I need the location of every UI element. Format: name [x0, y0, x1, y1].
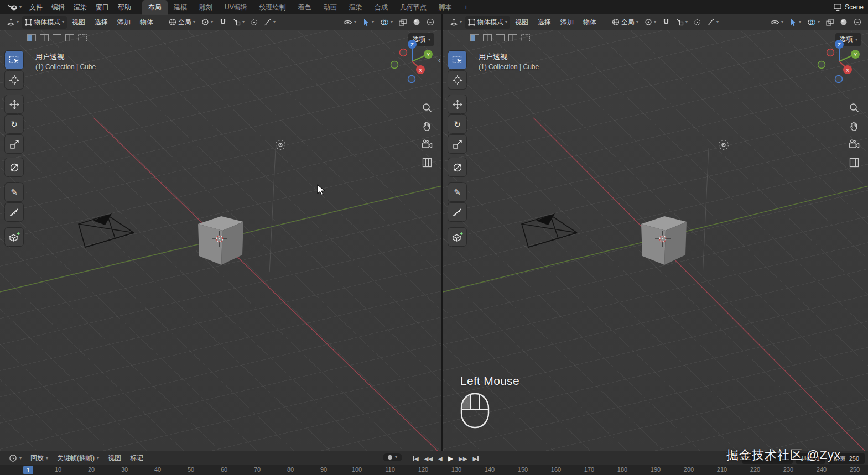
object-visibility-select[interactable]: ▾	[767, 18, 786, 27]
tab-animation[interactable]: 动画	[318, 0, 343, 15]
split-preset-icon[interactable]	[78, 34, 87, 41]
current-frame-indicator[interactable]: 1	[23, 466, 33, 474]
move-tool[interactable]	[5, 95, 23, 113]
jump-to-end-button[interactable]: ▶	[470, 454, 481, 463]
show-gizmos-toggle[interactable]: ▾	[360, 17, 377, 28]
ruler-tick[interactable]: 150	[518, 466, 528, 473]
editor-type-button[interactable]: ▾	[447, 17, 465, 28]
snap-target-select[interactable]: ▾	[230, 17, 247, 28]
camera-view-icon[interactable]	[849, 139, 860, 150]
viewport-canvas[interactable]: 选项 ▾ 用户透视 (1) Collection | Cube ↻	[0, 30, 441, 451]
ruler-tick[interactable]: 120	[418, 466, 428, 473]
shading-solid-button[interactable]	[410, 17, 423, 28]
3d-cursor[interactable]	[212, 231, 227, 249]
ruler-tick[interactable]: 50	[188, 466, 194, 473]
previous-keyframe-button[interactable]: ◀◀	[422, 454, 435, 463]
box-select-tool[interactable]	[5, 51, 23, 69]
mode-select[interactable]: 物体模式 ▾	[22, 16, 67, 29]
measure-tool[interactable]	[448, 203, 466, 221]
cursor-tool[interactable]	[5, 71, 23, 89]
pivot-point-select[interactable]: ▾	[642, 17, 659, 28]
snap-toggle[interactable]	[216, 17, 230, 28]
shading-rendered-button[interactable]	[424, 17, 437, 28]
play-button[interactable]: ▶	[446, 453, 455, 464]
split-preset-icon[interactable]	[65, 34, 74, 41]
split-preset-icon[interactable]	[521, 34, 530, 41]
split-preset-icon[interactable]	[27, 34, 36, 41]
ruler-tick[interactable]: 70	[254, 466, 261, 473]
menu-add[interactable]: 添加	[113, 16, 135, 29]
ruler-tick[interactable]: 60	[221, 466, 227, 473]
ruler-tick[interactable]: 160	[551, 466, 561, 473]
split-preset-icon[interactable]	[40, 34, 49, 41]
menu-window[interactable]: 窗口	[91, 1, 113, 14]
viewport-divider[interactable]: ‹	[441, 14, 443, 451]
tab-geometry-nodes[interactable]: 几何节点	[394, 0, 433, 15]
cursor-tool[interactable]	[448, 71, 466, 89]
camera-object[interactable]	[519, 213, 579, 257]
menu-object[interactable]: 物体	[136, 16, 158, 29]
annotate-tool[interactable]: ✎	[5, 183, 23, 201]
ruler-tick[interactable]: 250	[850, 466, 860, 473]
transform-orientation-select[interactable]: 全局 ▾	[609, 16, 641, 29]
show-gizmos-toggle[interactable]: ▾	[787, 17, 804, 28]
menu-help[interactable]: 帮助	[113, 1, 136, 14]
ruler-tick[interactable]: 90	[320, 466, 327, 473]
show-overlays-toggle[interactable]: ▾	[804, 17, 823, 28]
split-preset-icon[interactable]	[470, 34, 479, 41]
navigation-axis-gizmo[interactable]: Z Y X	[389, 37, 435, 83]
viewport-canvas[interactable]: 选项 ▾ 用户透视 (1) Collection | Cube ↻	[443, 30, 868, 451]
region-collapse-arrow[interactable]: ‹	[438, 56, 440, 64]
tab-shading[interactable]: 着色	[292, 0, 318, 15]
ruler-tick[interactable]: 240	[817, 466, 827, 473]
object-visibility-select[interactable]: ▾	[340, 18, 359, 27]
ruler-tick[interactable]: 190	[651, 466, 661, 473]
orthographic-grid-icon[interactable]	[422, 157, 433, 168]
ruler-tick[interactable]: 130	[451, 466, 461, 473]
ruler-tick[interactable]: 140	[485, 466, 495, 473]
menu-add[interactable]: 添加	[556, 16, 578, 29]
snap-toggle[interactable]	[659, 17, 673, 28]
xray-toggle[interactable]	[396, 17, 409, 28]
tab-sculpting[interactable]: 雕刻	[193, 0, 219, 15]
camera-view-icon[interactable]	[422, 139, 433, 150]
tab-texture-paint[interactable]: 纹理绘制	[253, 0, 292, 15]
ruler-tick[interactable]: 230	[783, 466, 793, 473]
scene-selector[interactable]: Scene	[834, 3, 864, 11]
orthographic-grid-icon[interactable]	[849, 157, 860, 168]
menu-keying[interactable]: 关键帧(插帧)▾	[53, 452, 103, 464]
light-object[interactable]	[716, 138, 731, 154]
menu-select[interactable]: 选择	[533, 16, 555, 29]
show-overlays-toggle[interactable]: ▾	[377, 17, 396, 28]
ruler-tick[interactable]: 80	[287, 466, 294, 473]
ruler-tick[interactable]: 100	[352, 466, 362, 473]
transform-orientation-select[interactable]: 全局 ▾	[166, 16, 198, 29]
split-preset-icon[interactable]	[483, 34, 492, 41]
mode-select[interactable]: 物体模式 ▾	[465, 16, 510, 29]
proportional-falloff-select[interactable]: ▾	[704, 17, 721, 28]
add-cube-tool[interactable]	[5, 228, 23, 246]
menu-edit[interactable]: 编辑	[47, 1, 69, 14]
measure-tool[interactable]	[5, 203, 23, 221]
menu-playback[interactable]: 回放▾	[26, 452, 53, 464]
rotate-tool[interactable]: ↻	[448, 115, 466, 133]
add-cube-tool[interactable]	[448, 228, 466, 246]
3d-cursor[interactable]	[655, 231, 671, 249]
rotate-tool[interactable]: ↻	[5, 115, 23, 133]
menu-select[interactable]: 选择	[90, 16, 112, 29]
navigation-axis-gizmo[interactable]: Z Y X	[816, 37, 862, 83]
transform-tool[interactable]	[448, 158, 466, 176]
tab-layout[interactable]: 布局	[142, 0, 168, 15]
timeline-ruler[interactable]: 1 10 20 30 40 50 60 70 80 90 100 110 120…	[0, 465, 868, 475]
ruler-tick[interactable]: 30	[121, 466, 128, 473]
ruler-tick[interactable]: 200	[684, 466, 694, 473]
next-keyframe-button[interactable]: ▶▶	[456, 454, 469, 463]
menu-object[interactable]: 物体	[579, 16, 601, 29]
tab-modeling[interactable]: 建模	[168, 0, 193, 15]
ruler-tick[interactable]: 40	[154, 466, 161, 473]
ruler-tick[interactable]: 210	[717, 466, 727, 473]
tab-rendering[interactable]: 渲染	[343, 0, 368, 15]
split-preset-icon[interactable]	[496, 34, 505, 41]
tab-scripting[interactable]: 脚本	[433, 0, 458, 15]
camera-object[interactable]	[76, 213, 136, 257]
